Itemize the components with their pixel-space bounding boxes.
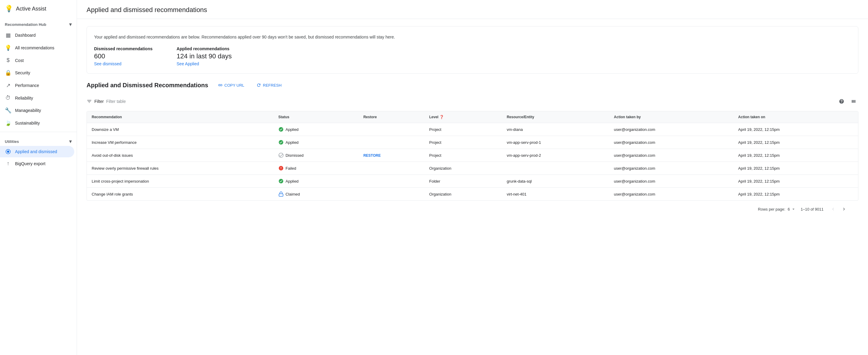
status-text: Applied [285,140,299,145]
resource-cell: vm-app-serv-prod-1 [502,136,609,149]
dismissed-icon [278,152,284,158]
table-row: Downsize a VM Applied Project vm-diana u… [87,123,858,136]
restore-cell [359,188,424,201]
level-cell: Organization [424,188,502,201]
sidebar-item-performance[interactable]: ↗ Performance [0,79,74,92]
utilities-section[interactable]: Utilities ▾ [0,135,76,146]
resource-cell: virt-net-401 [502,188,609,201]
sidebar-item-dashboard[interactable]: ▦ Dashboard [0,29,74,41]
next-page-button[interactable] [839,204,849,214]
dismissed-value: 600 [94,52,153,60]
prev-page-button[interactable] [828,204,838,214]
col-recommendation: Recommendation [87,111,274,123]
sidebar-item-dashboard-label: Dashboard [15,33,36,38]
status-cell: Dismissed [278,152,354,158]
svg-rect-7 [279,194,283,197]
sidebar-item-reliability[interactable]: ⏱ Reliability [0,92,74,104]
action-on-cell: April 19, 2022, 12:15pm [733,136,858,149]
table-header-row: Recommendation Status Restore Level ❓ Re… [87,111,858,123]
filter-icon [87,99,92,104]
rows-per-page-select[interactable]: 6 [788,207,796,211]
utilities-items: Applied and dismissed ↑ BigQuery export [0,146,76,170]
main-content: Applied and dismissed recommendations Yo… [77,0,868,355]
action-on-cell: April 19, 2022, 12:15pm [733,162,858,175]
recommendation-hub-section[interactable]: Recommendation Hub ▾ [0,18,76,29]
filter-placeholder: Filter table [106,99,126,104]
restore-button[interactable]: RESTORE [363,153,381,158]
sidebar-item-all-recommendations-label: All recommendations [15,46,54,50]
filter-bar: Filter Filter table [87,94,858,109]
sidebar-item-all-recommendations[interactable]: 💡 All recommendations [0,41,74,54]
action-by-cell: user@organization.com [609,162,734,175]
utilities-label: Utilities [5,139,19,144]
applied-stat: Applied recommendations 124 in last 90 d… [177,46,232,66]
sidebar-item-cost[interactable]: $ Cost [0,54,74,66]
page-nav [828,204,849,214]
level-cell: Project [424,136,502,149]
restore-cell [359,123,424,136]
status-cell: Failed [278,166,354,171]
resource-cell: vm-diana [502,123,609,136]
copy-url-label: COPY URL [224,83,244,88]
reliability-icon: ⏱ [5,95,11,101]
status-text: Claimed [285,192,300,197]
applied-label: Applied recommendations [177,46,232,51]
status-text: Failed [285,166,296,171]
utilities-chevron: ▾ [69,138,72,145]
columns-button[interactable] [849,96,858,106]
level-help-icon[interactable]: ❓ [439,115,444,119]
recommendation-hub-label: Recommendation Hub [5,22,46,27]
action-by-cell: user@organization.com [609,175,734,188]
svg-point-3 [279,140,283,145]
cost-icon: $ [5,57,11,63]
next-page-icon [841,206,847,212]
dashboard-icon: ▦ [5,32,11,38]
sidebar-item-applied-dismissed-label: Applied and dismissed [15,149,57,154]
restore-cell [359,162,424,175]
see-dismissed-link[interactable]: See dismissed [94,61,153,66]
sidebar-item-manageability[interactable]: 🔧 Manageability [0,104,74,117]
refresh-label: REFRESH [263,83,282,88]
sidebar-item-manageability-label: Manageability [15,108,41,113]
table-head: Recommendation Status Restore Level ❓ Re… [87,111,858,123]
filter-label: Filter [94,99,104,104]
refresh-button[interactable]: REFRESH [254,81,284,89]
action-by-cell: user@organization.com [609,188,734,201]
recommendation-hub-items: ▦ Dashboard 💡 All recommendations $ Cost… [0,29,76,129]
col-action-on: Action taken on [733,111,858,123]
restore-cell[interactable]: RESTORE [359,149,424,162]
status-cell-td: Failed [274,162,359,175]
sidebar-item-bigquery-export[interactable]: ↑ BigQuery export [0,157,74,170]
table-section: Applied and Dismissed Recommendations CO… [77,81,868,217]
app-header: 💡 Active Assist [0,0,76,18]
resource-cell: vm-app-serv-prod-2 [502,149,609,162]
recommendation-cell: Increase VM performance [87,136,274,149]
page-title: Applied and dismissed recommendations [87,6,858,14]
col-resource: Resource/Entity [502,111,609,123]
col-action-by: Action taken by [609,111,734,123]
table-title: Applied and Dismissed Recommendations [87,82,208,89]
copy-url-button[interactable]: COPY URL [216,81,247,89]
col-restore: Restore [359,111,424,123]
bigquery-export-icon: ↑ [5,160,11,167]
action-on-cell: April 19, 2022, 12:15pm [733,188,858,201]
refresh-icon [256,83,261,88]
sidebar-item-security[interactable]: 🔒 Security [0,66,74,79]
table-row: Increase VM performance Applied Project … [87,136,858,149]
help-button[interactable] [837,96,846,106]
copy-url-icon [218,83,223,88]
level-cell: Project [424,123,502,136]
table-body: Downsize a VM Applied Project vm-diana u… [87,123,858,201]
resource-cell [502,162,609,175]
sidebar-item-applied-dismissed[interactable]: Applied and dismissed [0,146,74,157]
status-cell: Applied [278,127,354,132]
sidebar-item-sustainability[interactable]: 🍃 Sustainability [0,117,74,129]
recommendation-cell: Review overly permissive firewall rules [87,162,274,175]
action-by-cell: user@organization.com [609,123,734,136]
col-level: Level ❓ [424,111,502,123]
recommendation-cell: Change IAM role grants [87,188,274,201]
see-applied-link[interactable]: See Applied [177,61,232,66]
status-cell: Claimed [278,191,354,197]
security-icon: 🔒 [5,69,11,76]
status-cell-td: Dismissed [274,149,359,162]
